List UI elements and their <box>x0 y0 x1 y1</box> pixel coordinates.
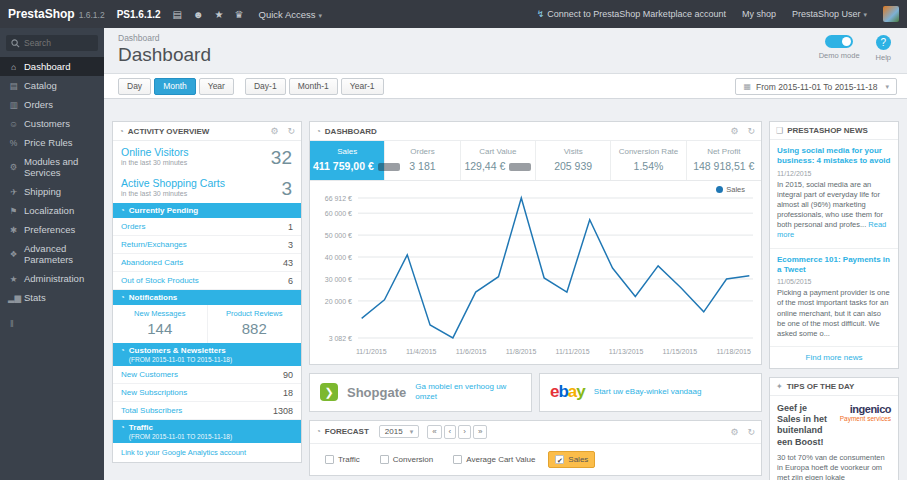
forecast-year-select[interactable]: 2015 ▾ <box>379 425 419 438</box>
kpi-cart-value[interactable]: Cart Value 129,44 € <box>461 141 536 180</box>
refresh-icon[interactable]: ↻ <box>747 126 755 136</box>
toggle-conversion[interactable]: Conversion <box>373 451 440 468</box>
row-label: Abandoned Carts <box>121 258 183 267</box>
sidebar-item-stats[interactable]: ▂▆Stats <box>0 288 104 307</box>
sidebar-item-price-rules[interactable]: %Price Rules <box>0 133 104 152</box>
customers-row-total-subscribers[interactable]: Total Subscribers1308 <box>113 402 301 420</box>
sidebar-item-dashboard[interactable]: ⌂Dashboard <box>0 57 104 76</box>
gear-icon[interactable]: ⚙ <box>730 427 738 437</box>
period-month-button[interactable]: Month <box>154 78 196 95</box>
trophy-icon[interactable]: ♛ <box>235 9 244 20</box>
orders-icon: ▥ <box>8 100 19 110</box>
period-year-1-button[interactable]: Year-1 <box>341 78 384 95</box>
google-analytics-link[interactable]: Link to your Google Analytics account <box>113 443 301 462</box>
period-day-button[interactable]: Day <box>118 78 151 95</box>
sidebar-item-modules[interactable]: ⚙Modules and Services <box>0 152 104 182</box>
sidebar-item-customers[interactable]: ☺Customers <box>0 114 104 133</box>
pending-row-out-of-stock[interactable]: Out of Stock Products6 <box>113 272 301 290</box>
last-page-button[interactable]: » <box>473 425 487 439</box>
find-more-news-link[interactable]: Find more news <box>770 347 898 368</box>
prev-page-button[interactable]: ‹ <box>444 425 457 439</box>
star-icon[interactable]: ★ <box>215 9 224 20</box>
kpi-net-profit[interactable]: Net Profit 148 918,51 € <box>687 141 761 180</box>
sidebar-item-catalog[interactable]: ▤Catalog <box>0 76 104 95</box>
pending-row-returns[interactable]: Return/Exchanges3 <box>113 236 301 254</box>
customers-row-new-customers[interactable]: New Customers90 <box>113 366 301 384</box>
marketplace-link[interactable]: ↯Connect to PrestaShop Marketplace accou… <box>537 9 726 19</box>
prestashop-logo[interactable]: PrestaShop1.6.1.2 <box>8 7 105 21</box>
period-month-1-button[interactable]: Month-1 <box>289 78 338 95</box>
online-visitors-link[interactable]: Online Visitors <box>121 146 293 158</box>
toggle-average-cart-value[interactable]: Average Cart Value <box>446 451 542 468</box>
brand-name: PrestaShop <box>8 7 75 21</box>
chart-plot-area[interactable]: Sales <box>358 193 753 343</box>
forecast-icon: ◔ <box>316 427 321 436</box>
section-subtitle: (FROM 2015-11-01 TO 2015-11-18) <box>129 356 232 363</box>
period-day-1-button[interactable]: Day-1 <box>245 78 286 95</box>
chevron-down-icon: ▾ <box>863 11 867 18</box>
period-year-button[interactable]: Year <box>199 78 234 95</box>
sidebar: ⌂Dashboard ▤Catalog ▥Orders ☺Customers %… <box>0 28 104 480</box>
my-shop-link[interactable]: My shop <box>742 9 776 19</box>
ingenico-logo: ingenico Payment services <box>839 403 891 448</box>
gear-icon[interactable]: ⚙ <box>270 126 278 136</box>
module-promos: ❯ Shopgate Ga mobiel en verhoog uw omzet… <box>309 373 762 412</box>
toggle-sales[interactable]: ✔Sales <box>548 451 595 468</box>
refresh-icon[interactable]: ↻ <box>747 427 755 437</box>
shopgate-link[interactable]: Ga mobiel en verhoog uw omzet <box>415 382 521 403</box>
help-icon[interactable]: ? <box>876 35 891 50</box>
sidebar-item-localization[interactable]: ⚑Localization <box>0 201 104 220</box>
sidebar-item-label: Preferences <box>24 224 75 235</box>
customers-row-new-subscriptions[interactable]: New Subscriptions18 <box>113 384 301 402</box>
sidebar-item-orders[interactable]: ▥Orders <box>0 95 104 114</box>
avatar[interactable] <box>883 6 899 22</box>
demo-mode-toggle[interactable] <box>825 35 853 48</box>
sidebar-item-label: Shipping <box>24 186 61 197</box>
toggle-traffic[interactable]: Traffic <box>318 451 367 468</box>
dashboard-panel-title: DASHBOARD <box>325 127 377 136</box>
breadcrumb[interactable]: Dashboard <box>118 33 893 43</box>
sidebar-item-advanced-parameters[interactable]: ❖Advanced Parameters <box>0 239 104 269</box>
kpi-label: Sales <box>313 147 381 156</box>
sidebar-item-preferences[interactable]: ✱Preferences <box>0 220 104 239</box>
sales-chart: 66 912 €60 000 €50 000 €40 000 €30 000 €… <box>310 181 761 345</box>
user-menu[interactable]: PrestaShop User▾ <box>792 9 867 19</box>
article-title-link[interactable]: Using social media for your business: 4 … <box>777 146 891 167</box>
article-title-link[interactable]: Ecommerce 101: Payments in a Tweet <box>777 255 891 276</box>
kpi-conversion-rate[interactable]: Conversion Rate 1.54% <box>611 141 686 180</box>
quick-access-menu[interactable]: Quick Access▾ <box>259 9 323 20</box>
search-input[interactable] <box>24 38 93 48</box>
chart-legend[interactable]: Sales <box>716 185 745 194</box>
next-page-button[interactable]: › <box>458 425 471 439</box>
kpi-visits[interactable]: Visits 205 939 <box>536 141 611 180</box>
sidebar-item-administration[interactable]: ★Administration <box>0 269 104 288</box>
sidebar-item-shipping[interactable]: ✈Shipping <box>0 182 104 201</box>
row-value: 1 <box>288 222 293 232</box>
ebay-link[interactable]: Start uw eBay-winkel vandaag <box>594 387 702 397</box>
row-value: 1308 <box>273 406 293 416</box>
sidebar-collapse-toggle[interactable]: ‖ <box>0 307 104 341</box>
cart-icon[interactable]: ▤ <box>173 9 182 20</box>
gear-icon[interactable]: ⚙ <box>730 126 738 136</box>
shopgate-promo[interactable]: ❯ Shopgate Ga mobiel en verhoog uw omzet <box>309 373 532 412</box>
pending-row-orders[interactable]: Orders1 <box>113 218 301 236</box>
kpi-orders[interactable]: Orders 3 181 <box>385 141 460 180</box>
x-tick: 11/4/2015 <box>406 348 437 355</box>
kpi-sales[interactable]: Sales 411 759,00 € <box>310 141 385 180</box>
refresh-icon[interactable]: ↻ <box>287 126 295 136</box>
ebay-promo[interactable]: ebay Start uw eBay-winkel vandaag <box>539 373 762 412</box>
active-carts-link[interactable]: Active Shopping Carts <box>121 177 293 189</box>
shopgate-name: Shopgate <box>347 385 406 400</box>
pending-row-abandoned-carts[interactable]: Abandoned Carts43 <box>113 254 301 272</box>
employee-icon[interactable]: ☻ <box>193 9 204 20</box>
product-reviews-cell[interactable]: Product Reviews 882 <box>207 305 302 343</box>
page-title: Dashboard <box>118 44 893 66</box>
new-messages-cell[interactable]: New Messages 144 <box>113 305 207 343</box>
checkbox <box>325 455 334 464</box>
kpi-value: 1.54% <box>614 160 682 172</box>
notifications-grid: New Messages 144 Product Reviews 882 <box>113 305 301 343</box>
search-icon <box>11 39 20 48</box>
date-range-picker[interactable]: ▦ From 2015-11-01 To 2015-11-18 ▾ <box>735 78 897 95</box>
first-page-button[interactable]: « <box>427 425 441 439</box>
kpi-value: 129,44 € <box>464 160 505 172</box>
